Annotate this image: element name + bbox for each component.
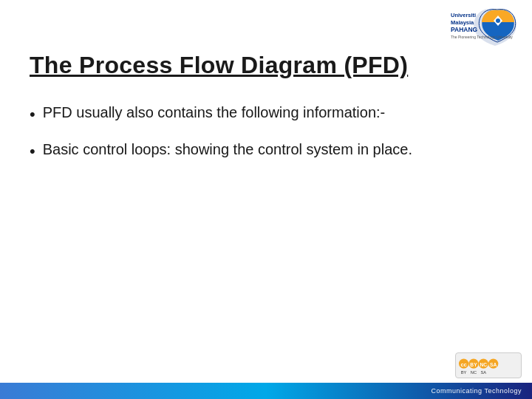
svg-text:NC: NC — [471, 370, 477, 375]
svg-text:The Pioneering Technology Univ: The Pioneering Technology University — [451, 35, 513, 39]
bullet-1-text: PFD usually also contains the following … — [43, 101, 386, 123]
svg-text:Malaysia: Malaysia — [451, 19, 474, 26]
list-item: PFD usually also contains the following … — [30, 101, 502, 126]
svg-text:cc: cc — [460, 361, 467, 367]
svg-text:BY: BY — [461, 370, 467, 375]
main-content: The Process Flow Diagram (PFD) PFD usual… — [30, 52, 502, 362]
svg-text:SA: SA — [481, 370, 487, 375]
svg-text:Universiti: Universiti — [451, 12, 476, 18]
page-title: The Process Flow Diagram (PFD) — [30, 52, 502, 79]
slide: Universiti Malaysia PAHANG The Pioneerin… — [0, 0, 532, 399]
cc-license-badge: cc BY NC SA BY NC SA — [455, 352, 522, 378]
bottom-bar: Communicating Technology — [0, 383, 532, 399]
bullet-2-text: Basic control loops: showing the control… — [43, 138, 412, 160]
svg-text:BY: BY — [470, 361, 477, 366]
svg-point-1 — [496, 18, 500, 23]
svg-text:PAHANG: PAHANG — [451, 26, 478, 33]
svg-text:SA: SA — [490, 361, 497, 366]
university-logo: Universiti Malaysia PAHANG The Pioneerin… — [449, 6, 523, 49]
list-item: Basic control loops: showing the control… — [30, 138, 502, 163]
svg-text:NC: NC — [480, 361, 488, 366]
bottom-bar-text: Communicating Technology — [432, 387, 522, 395]
bullet-list: PFD usually also contains the following … — [30, 101, 502, 163]
